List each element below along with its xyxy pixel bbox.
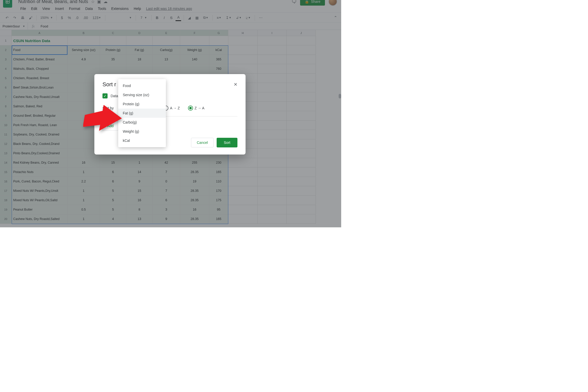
radio-icon [188,106,193,111]
header-row-checkbox[interactable]: ✓ [102,93,108,98]
dropdown-item[interactable]: kCal [118,136,166,145]
dropdown-item[interactable]: Carbo(g) [118,118,166,127]
dropdown-item[interactable]: Fat (g) [118,109,166,118]
sort-by-label: Sort by [102,106,119,110]
dropdown-item[interactable]: Protein (g) [118,99,166,109]
dropdown-item[interactable]: Food [118,81,166,90]
sort-button[interactable]: Sort [217,138,237,147]
sort-range-dialog: Sort range A2:G20 ✕ ✓ Data Sort by A → Z… [94,74,246,155]
dialog-title-prefix: Sort r [102,81,116,88]
dropdown-item[interactable]: Serving size (oz) [118,90,166,99]
modal-overlay: Sort range A2:G20 ✕ ✓ Data Sort by A → Z… [0,0,341,227]
sort-column-dropdown[interactable]: FoodServing size (oz)Protein (g)Fat (g)C… [118,79,166,147]
cancel-button[interactable]: Cancel [191,138,214,147]
header-row-label: Data [111,94,118,98]
close-icon[interactable]: ✕ [234,82,237,87]
radio-za[interactable]: Z → A [188,106,204,111]
dropdown-item[interactable]: Weight (g) [118,127,166,136]
add-sort-column-button[interactable]: Add [102,121,118,131]
